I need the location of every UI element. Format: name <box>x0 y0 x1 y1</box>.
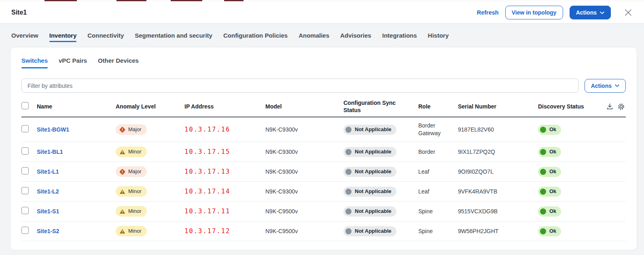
config-sync-badge: Not Applicable <box>343 125 396 135</box>
column-header-serial-number[interactable]: Serial Number <box>458 103 538 110</box>
anomaly-badge: Minor <box>116 206 147 217</box>
table-row: Site1-L2 Minor 10.3.17.14 N9K-C9300v Not… <box>21 182 626 202</box>
discovery-status-label: Ok <box>549 208 556 215</box>
header-actions-button[interactable]: Actions <box>570 6 611 19</box>
column-header-discovery-status[interactable]: Discovery Status <box>538 103 595 110</box>
device-name-link[interactable]: Site1-S1 <box>37 208 59 215</box>
role: Spine <box>418 208 458 215</box>
subtab-other-devices[interactable]: Other Devices <box>98 57 139 68</box>
status-dot-icon <box>345 149 352 155</box>
device-name-link[interactable]: Site1-S2 <box>37 228 59 234</box>
table-actions-button[interactable]: Actions <box>585 79 626 93</box>
model: N9K-C9300v <box>265 126 343 134</box>
ip-address: 10.3.17.14 <box>184 187 265 196</box>
model: N9K-C9300v <box>265 188 343 196</box>
anomaly-label: Minor <box>128 227 142 235</box>
subtab-label: Other Devices <box>98 57 139 64</box>
discovery-status-badge: Ok <box>538 167 561 177</box>
ip-address: 10.3.17.15 <box>184 148 265 156</box>
status-dot-icon <box>540 149 546 155</box>
row-checkbox[interactable] <box>21 227 29 234</box>
role: Leaf <box>418 188 458 196</box>
tab-inventory[interactable]: Inventory <box>49 32 77 44</box>
top-edge-artifact <box>0 0 644 2</box>
tab-label: Anomalies <box>299 32 329 39</box>
anomaly-label: Minor <box>128 148 142 155</box>
subtab-bar: SwitchesvPC PairsOther Devices <box>21 57 626 68</box>
discovery-status-label: Ok <box>549 148 556 155</box>
ip-address: 10.3.17.11 <box>184 207 265 216</box>
chevron-down-icon <box>600 11 604 14</box>
status-dot-icon <box>540 189 546 195</box>
warning-triangle-icon <box>119 229 125 234</box>
table-toolbar: Actions <box>21 79 626 93</box>
view-in-topology-button[interactable]: View in topology <box>505 6 563 19</box>
inventory-card: SwitchesvPC PairsOther Devices Actions N… <box>10 47 637 250</box>
config-sync-badge: Not Applicable <box>343 187 396 197</box>
config-sync-label: Not Applicable <box>355 126 392 133</box>
row-checkbox[interactable] <box>21 147 29 155</box>
model: N9K-C9300v <box>265 148 343 156</box>
row-checkbox[interactable] <box>21 125 29 132</box>
device-name-link[interactable]: Site1-L2 <box>37 188 59 195</box>
tab-label: History <box>428 32 449 39</box>
tab-history[interactable]: History <box>428 32 449 44</box>
column-header-config-sync-status[interactable]: Configuration Sync Status <box>343 99 418 114</box>
role: Border Gateway <box>418 122 458 137</box>
discovery-status-label: Ok <box>549 126 556 133</box>
page-title: Site1 <box>11 9 27 16</box>
tab-configuration-policies[interactable]: Configuration Policies <box>223 32 288 44</box>
column-header-model[interactable]: Model <box>265 103 343 110</box>
tab-label: Overview <box>11 32 38 39</box>
role: Leaf <box>418 168 458 176</box>
status-dot-icon <box>540 208 546 215</box>
tab-advisories[interactable]: Advisories <box>340 32 371 44</box>
download-icon[interactable] <box>606 103 614 110</box>
column-header-anomaly-level[interactable]: Anomaly Level <box>116 103 184 110</box>
status-dot-icon <box>345 208 352 215</box>
tab-bar: OverviewInventoryConnectivitySegmentatio… <box>11 32 637 44</box>
serial-number: 9187EL82V60 <box>458 126 538 134</box>
device-name-link[interactable]: Site1-L1 <box>37 168 59 175</box>
table-body: Site1-BGW1 Major 10.3.17.16 N9K-C9300v N… <box>21 117 626 241</box>
status-dot-icon <box>345 169 352 175</box>
tab-segmentation-and-security[interactable]: Segmentation and security <box>135 32 212 44</box>
serial-number: 9VFK4RA9VTB <box>458 188 538 196</box>
major-diamond-icon <box>119 168 126 175</box>
tab-anomalies[interactable]: Anomalies <box>299 32 329 44</box>
gear-icon[interactable] <box>617 103 625 110</box>
major-diamond-icon <box>119 126 126 133</box>
row-checkbox[interactable] <box>21 167 29 174</box>
serial-number: 9OI9I0ZQO7L <box>458 168 538 176</box>
config-sync-badge: Not Applicable <box>343 147 396 157</box>
ip-address: 10.3.17.13 <box>184 168 265 176</box>
tab-overview[interactable]: Overview <box>11 32 38 44</box>
device-name-link[interactable]: Site1-BL1 <box>37 149 63 155</box>
tab-label: Connectivity <box>87 32 124 39</box>
filter-input[interactable] <box>21 79 579 93</box>
subtab-switches[interactable]: Switches <box>21 57 48 68</box>
chevron-down-icon <box>615 84 619 87</box>
config-sync-label: Not Applicable <box>355 188 392 195</box>
table-actions-label: Actions <box>591 83 612 89</box>
config-sync-badge: Not Applicable <box>343 206 396 217</box>
anomaly-label: Minor <box>128 208 142 215</box>
anomaly-label: Minor <box>128 188 142 195</box>
column-header-name[interactable]: Name <box>37 103 116 110</box>
site-detail-modal: Site1 Refresh View in topology Actions O… <box>0 0 644 255</box>
subtab-vpc-pairs[interactable]: vPC Pairs <box>59 57 87 68</box>
row-checkbox[interactable] <box>21 187 29 194</box>
tab-integrations[interactable]: Integrations <box>382 32 417 44</box>
tab-connectivity[interactable]: Connectivity <box>87 32 124 44</box>
select-all-checkbox[interactable] <box>21 102 29 109</box>
column-header-ip-address[interactable]: IP Address <box>184 103 265 110</box>
tab-label: Inventory <box>49 32 77 39</box>
column-header-role[interactable]: Role <box>418 103 458 110</box>
config-sync-label: Not Applicable <box>355 148 392 155</box>
refresh-button[interactable]: Refresh <box>477 9 499 16</box>
tab-label: Advisories <box>340 32 371 39</box>
device-name-link[interactable]: Site1-BGW1 <box>37 126 69 133</box>
row-checkbox[interactable] <box>21 207 29 214</box>
view-in-topology-label: View in topology <box>512 9 557 16</box>
close-icon[interactable] <box>623 7 633 18</box>
